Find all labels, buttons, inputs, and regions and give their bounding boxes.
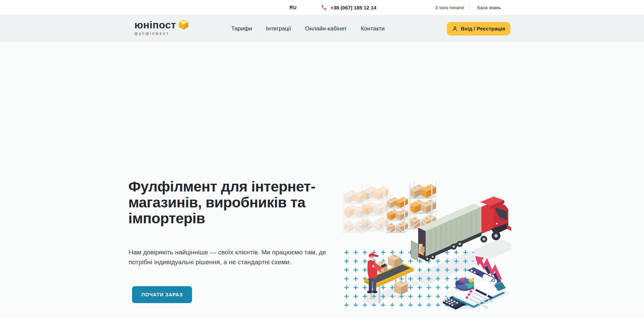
topbar-link-knowledge-base[interactable]: База знань — [477, 5, 501, 10]
topbar-divider — [469, 4, 470, 11]
nav-item-tariffs[interactable]: Тарифи — [231, 25, 252, 32]
logo[interactable]: юніпост фулфілмент — [134, 20, 189, 36]
topbar: RU +38 (067) 185 12 14 З чого почати Баз… — [0, 0, 644, 15]
nav-item-contacts[interactable]: Контакти — [361, 25, 385, 32]
shelf-rack — [386, 194, 408, 234]
phone-icon — [321, 4, 327, 10]
logo-title: юніпост — [134, 20, 176, 30]
language-switcher[interactable]: RU — [289, 5, 297, 10]
nav-item-online-cabinet[interactable]: Онлайн-кабінет — [305, 25, 347, 32]
login-button-label: Вхід / Реєстрація — [461, 26, 505, 32]
hero-description: Нам довіряють найцінніше — своїх клієнті… — [129, 248, 336, 267]
login-register-button[interactable]: Вхід / Реєстрація — [447, 22, 510, 36]
user-icon — [452, 26, 458, 32]
cube-icon — [178, 19, 189, 30]
phone-block[interactable]: +38 (067) 185 12 14 — [321, 4, 377, 10]
logo-subtitle: фулфілмент — [134, 31, 176, 36]
main-nav: Тарифи Інтеграції Онлайн-кабінет Контакт… — [231, 15, 385, 42]
start-now-button[interactable]: ПОЧАТИ ЗАРАЗ — [132, 286, 192, 303]
faded-shelf-rack — [361, 183, 389, 232]
topbar-link-getting-started[interactable]: З чого почати — [435, 5, 464, 10]
phone-number: +38 (067) 185 12 14 — [330, 5, 377, 10]
nav-item-integrations[interactable]: Інтеграції — [266, 25, 292, 32]
hero-title: Фулфілмент для інтернет-магазинів, вироб… — [128, 179, 350, 226]
hero-illustration — [342, 178, 511, 310]
hero-section: Фулфілмент для інтернет-магазинів, вироб… — [0, 42, 644, 318]
landing-page: RU +38 (067) 185 12 14 З чого почати Баз… — [0, 0, 644, 318]
truck-cab — [480, 197, 511, 243]
site-header: юніпост фулфілмент Тарифи Інтеграції Онл… — [0, 15, 644, 42]
